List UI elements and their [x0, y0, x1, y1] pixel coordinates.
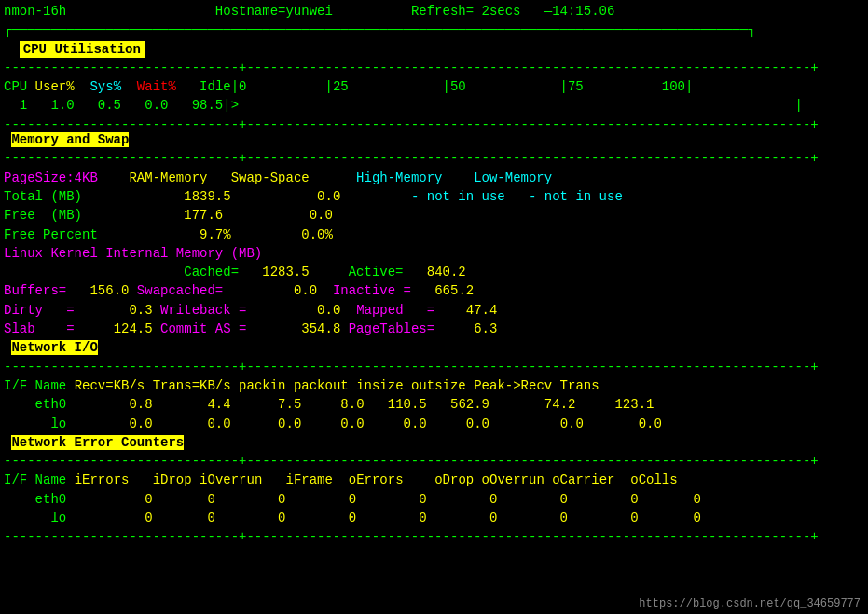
slab-val: 124.5 [114, 321, 153, 336]
freepct-ram: 9.7% [200, 227, 231, 242]
active-label: Active= [349, 265, 404, 280]
writeback-val: 0.0 [317, 303, 340, 318]
mapped-label: Mapped = [356, 303, 434, 318]
network-title-wrapper: Network I/O [4, 340, 98, 355]
freepct-swap: 0.0% [301, 227, 333, 242]
cached-label: Cached= [184, 265, 239, 280]
pagesize-label: PageSize:4KB [4, 171, 98, 185]
swap-col-header: Swap-Space [231, 171, 310, 185]
insize-header: insize [356, 378, 403, 393]
total-high: - not in use [411, 189, 505, 204]
watermark: https://blog.csdn.net/qq_34659777 [639, 597, 861, 610]
ram-col-header: RAM-Memory [129, 171, 207, 185]
peak-trans-header: Trans [560, 378, 599, 393]
freepct-row: Free Percent [4, 227, 200, 242]
total-swap: 0.0 [317, 189, 340, 204]
kernel-label: Linux Kernel Internal Memory (MB) [4, 246, 262, 261]
free-ram: 177.6 [184, 208, 223, 223]
network-section: Network I/O ----------------------------… [4, 338, 864, 432]
terminal: nmon-16h Hostname=yunwei Refresh= 2secs … [0, 0, 868, 614]
app-name: nmon-16h [4, 4, 66, 19]
memory-title: Memory and Swap [11, 132, 129, 147]
dirty-label: Dirty = [4, 303, 75, 318]
packin-header: packin [239, 378, 285, 393]
memory-section: Memory and Swap ------------------------… [4, 130, 864, 338]
dirty-val: 0.3 [129, 303, 152, 318]
network-error-section: Network Error Counters -----------------… [4, 433, 864, 547]
commitas-val: 354.8 [301, 321, 340, 336]
commitas-label: Commit_AS = [160, 321, 246, 336]
neterr-title: Network Error Counters [11, 435, 184, 450]
inactive-val: 665.2 [434, 283, 474, 298]
cached-val: 1283.5 [262, 265, 309, 280]
refresh: Refresh= 2secs [411, 4, 521, 19]
writeback-label: Writeback = [160, 303, 246, 318]
buffers-val: 156.0 [90, 283, 129, 298]
peak-header: Peak->Recv [474, 378, 552, 393]
outsize-header: outsize [411, 378, 466, 393]
active-val: 840.2 [427, 265, 466, 280]
trans-header: Trans=KB/s [153, 378, 231, 393]
neterr-title-wrapper: Network Error Counters [4, 435, 184, 450]
memory-title-wrapper: Memory and Swap [4, 132, 129, 147]
network-title: Network I/O [11, 340, 97, 355]
cpu-section-title: CPU Utilisation [4, 42, 145, 57]
network-header: I/F Name [4, 378, 75, 393]
slab-label: Slab = [4, 321, 75, 336]
swapcached-label: Swapcached= [137, 283, 223, 298]
pagetables-label: PageTables= [349, 321, 434, 336]
content: nmon-16h Hostname=yunwei Refresh= 2secs … [4, 2, 864, 134]
free-row: Free (MB) [4, 208, 184, 223]
high-mem-header: High-Memory [356, 171, 442, 185]
low-mem-header: Low-Memory [474, 171, 552, 185]
recv-header: Recv=KB/s [75, 378, 145, 393]
hostname: Hostname=yunwei [215, 4, 333, 19]
packout-header: packout [294, 378, 349, 393]
time: 14:15.06 [552, 4, 614, 19]
total-ram: 1839.5 [184, 189, 230, 204]
inactive-label: Inactive = [333, 283, 411, 298]
neterr-header: I/F Name [4, 472, 75, 487]
swapcached-val: 0.0 [294, 283, 317, 298]
total-row: Total (MB) [4, 189, 184, 204]
free-swap: 0.0 [310, 208, 333, 223]
mapped-val: 47.4 [466, 303, 498, 318]
total-low: - not in use [529, 189, 623, 204]
pagetables-val: 6.3 [474, 321, 497, 336]
buffers-label: Buffers= [4, 283, 66, 298]
header-line: nmon-16h Hostname=yunwei Refresh= 2secs … [4, 4, 614, 19]
